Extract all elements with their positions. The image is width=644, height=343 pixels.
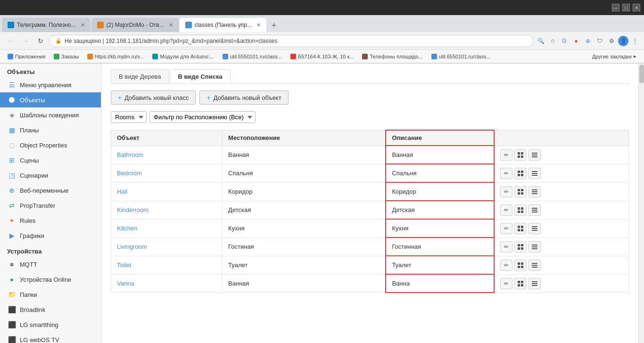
sidebar-label-proptransfer: PropTransfer <box>20 202 55 209</box>
address-bar[interactable]: 🔓 Не защищено | 192.168.1.181/admin.php?… <box>49 35 534 47</box>
edit-button-row-livingroom[interactable]: ✏ <box>500 241 512 253</box>
grid-button-row-bedroom[interactable] <box>514 168 527 179</box>
list-button-row-kitchen[interactable] <box>528 223 541 234</box>
forward-button[interactable]: → <box>19 34 32 48</box>
star-icon[interactable]: ☆ <box>547 36 558 46</box>
sidebar-item-broadlink[interactable]: ⬛ Broadlink <box>0 302 101 317</box>
menu-icon[interactable]: ⋮ <box>630 36 640 46</box>
minimize-button[interactable]: — <box>612 4 619 11</box>
profile-icon[interactable]: 👤 <box>618 36 628 46</box>
sidebar-item-objprops[interactable]: ◌ Object Properties <box>0 138 101 153</box>
cell-object-row-bathroom: Bathroom <box>111 146 223 164</box>
bookmark-others[interactable]: Другие закладки ▸ <box>588 52 640 60</box>
list-button-row-kinderroom[interactable] <box>528 204 541 216</box>
object-link-row-toilet[interactable]: Toilet <box>117 261 131 269</box>
object-link-row-kitchen[interactable]: Kitchen <box>117 225 137 232</box>
object-link-row-bathroom[interactable]: Bathroom <box>117 151 143 158</box>
sidebar-item-plans[interactable]: ▦ Планы <box>0 122 101 138</box>
extension-icon-3[interactable]: ⊕ <box>583 36 593 46</box>
sidebar-item-menu[interactable]: ☰ Меню управления <box>0 77 101 92</box>
tab-close-classes[interactable]: ✕ <box>256 22 261 28</box>
object-link-row-kinderroom[interactable]: Kinderroom <box>117 206 149 213</box>
bookmark-phones[interactable]: Телефоны площадо... <box>358 53 426 60</box>
grid-button-row-hall[interactable] <box>514 186 527 197</box>
extension-icon-1[interactable]: G <box>559 36 570 46</box>
bookmark-b57[interactable]: Б57164-К 103-Ж, 10 к... <box>287 53 358 60</box>
edit-button-row-kinderroom[interactable]: ✏ <box>500 204 512 216</box>
bookmark-apps[interactable]: Приложения <box>4 53 49 60</box>
edit-button-row-kitchen[interactable]: ✏ <box>500 223 512 234</box>
sidebar-item-proptransfer[interactable]: ⇄ PropTransfer <box>0 198 101 213</box>
tab-majordomo[interactable]: (2) MajorDoMo - Отв... ✕ <box>91 18 179 32</box>
edit-button-row-hall[interactable]: ✏ <box>500 186 512 197</box>
filter-location-select[interactable]: Фильтр по Расположению (Все) <box>149 111 256 123</box>
list-button-row-hall[interactable] <box>528 186 541 197</box>
sidebar-item-scenes[interactable]: ⊞ Сцены <box>0 153 101 168</box>
search-icon[interactable]: 🔍 <box>536 36 546 46</box>
svg-rect-27 <box>532 210 537 211</box>
bookmark-util1[interactable]: util.6550101.ru/class... <box>219 53 286 60</box>
svg-rect-42 <box>532 248 537 249</box>
back-button[interactable]: ← <box>4 34 17 48</box>
edit-button-row-vanna[interactable]: ✏ <box>500 278 512 289</box>
sidebar-item-lgwebostv[interactable]: ⬛ LG webOS TV <box>0 332 101 343</box>
extension-icon-2[interactable]: ● <box>571 36 581 46</box>
grid-button-row-vanna[interactable] <box>514 278 527 289</box>
tab-close-majordomo[interactable]: ✕ <box>169 22 173 28</box>
grid-button-row-livingroom[interactable] <box>514 241 527 253</box>
scrollbar-thumb[interactable] <box>639 65 644 83</box>
list-button-row-toilet[interactable] <box>528 260 541 271</box>
edit-button-row-bathroom[interactable]: ✏ <box>500 149 512 161</box>
object-link-row-hall[interactable]: Hall <box>117 188 127 195</box>
list-button-row-bedroom[interactable] <box>528 168 541 179</box>
object-link-row-livingroom[interactable]: Livingroom <box>117 243 147 250</box>
close-button[interactable]: ✕ <box>633 4 640 11</box>
sidebar-item-behaviors[interactable]: ◈ Шаблоны поведения <box>0 107 101 122</box>
bookmark-orders[interactable]: Заказы <box>50 53 83 60</box>
scrollbar-right[interactable] <box>638 64 644 343</box>
sidebar-item-objects[interactable]: Объекты <box>0 92 101 107</box>
add-object-button[interactable]: + Добавить новый объект <box>199 90 288 105</box>
sidebar-item-webvars[interactable]: ⊕ Веб-переменные <box>0 183 101 198</box>
filter-rooms-select[interactable]: Rooms <box>111 111 147 123</box>
grid-button-row-bathroom[interactable] <box>514 149 527 161</box>
table-row: VannaВаннаяВанна ✏ <box>111 274 629 293</box>
add-class-button[interactable]: + Добавить новый класс <box>111 90 196 105</box>
tab-tree-view[interactable]: В виде Дерева <box>111 69 169 83</box>
cell-description-row-livingroom: Гостинная <box>386 237 494 256</box>
list-button-row-livingroom[interactable] <box>528 241 541 253</box>
object-link-row-vanna[interactable]: Vanna <box>117 280 134 287</box>
extension-icon-5[interactable]: ⚙ <box>606 36 617 46</box>
svg-rect-25 <box>521 211 523 213</box>
grid-button-row-toilet[interactable] <box>514 260 527 271</box>
bookmark-util2[interactable]: util.6550101.ru/class... <box>428 53 495 60</box>
edit-button-row-bedroom[interactable]: ✏ <box>500 168 512 179</box>
cell-location-row-kitchen: Кухня <box>223 219 386 237</box>
sidebar-item-folders[interactable]: 📁 Папки <box>0 287 101 302</box>
refresh-button[interactable]: ↻ <box>34 34 47 48</box>
grid-button-row-kitchen[interactable] <box>514 223 527 234</box>
sidebar-item-lgsmartthing[interactable]: ⬛ LG smartthing <box>0 317 101 332</box>
svg-rect-2 <box>521 152 523 155</box>
object-link-row-bedroom[interactable]: Bedroom <box>117 170 142 177</box>
sidebar-item-graphs[interactable]: ▶ Графики <box>0 228 101 243</box>
grid-button-row-kinderroom[interactable] <box>514 204 527 216</box>
tab-classes[interactable]: classes (Панель упр... ✕ <box>180 18 266 32</box>
bookmark-others-arrow: ▸ <box>634 53 636 59</box>
tab-telegram[interactable]: Телеграмм. Полезно... ✕ <box>2 18 91 32</box>
list-button-row-bathroom[interactable] <box>528 149 541 161</box>
list-button-row-vanna[interactable] <box>528 278 541 289</box>
extension-icon-4[interactable]: 🛡 <box>594 36 605 46</box>
tab-close-telegram[interactable]: ✕ <box>81 22 85 28</box>
bookmark-arduino[interactable]: Модули для Arduino:... <box>149 53 217 60</box>
maximize-button[interactable]: □ <box>622 4 630 11</box>
sidebar-item-devices-online[interactable]: ● Устройства Online <box>0 272 101 287</box>
sidebar-item-rules[interactable]: ✦ Rules <box>0 213 101 228</box>
new-tab-button[interactable]: + <box>267 19 281 32</box>
bookmark-label-util2: util.6550101.ru/class... <box>439 54 491 59</box>
tab-list-view[interactable]: В виде Списка <box>170 69 230 83</box>
sidebar-item-mqtt[interactable]: ■ MQTT <box>0 257 101 272</box>
bookmark-kb[interactable]: https://kb.mjdm.ru/v... <box>83 53 148 60</box>
edit-button-row-toilet[interactable]: ✏ <box>500 260 512 271</box>
sidebar-item-scenarios[interactable]: ◳ Сценарии <box>0 168 101 183</box>
